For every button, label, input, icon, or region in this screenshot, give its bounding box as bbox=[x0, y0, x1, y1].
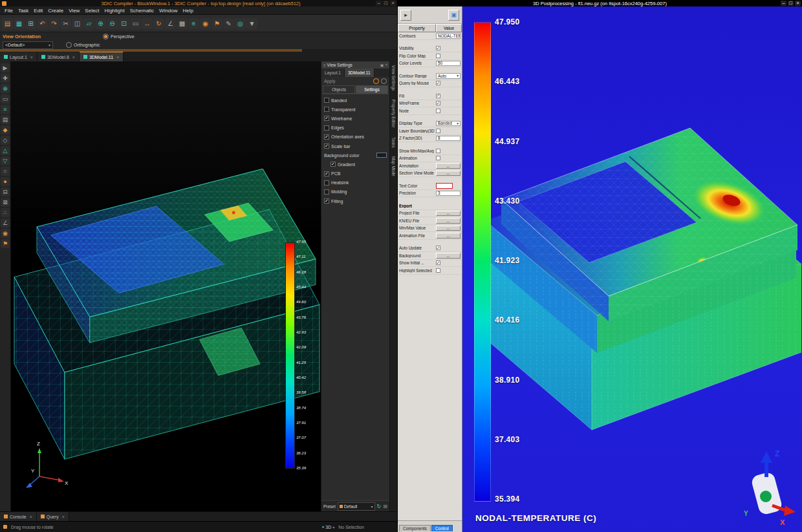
zoom-tool-icon[interactable]: ⊕ bbox=[1, 84, 10, 93]
new-window-icon[interactable]: ⊞ bbox=[25, 18, 36, 29]
crosshair-icon[interactable]: ✚ bbox=[1, 74, 10, 83]
undo-icon[interactable]: ↶ bbox=[37, 18, 48, 29]
property-value[interactable] bbox=[436, 94, 440, 98]
expand-panel-button[interactable]: ▸ bbox=[400, 10, 411, 21]
zoom-in-icon[interactable]: ⊕ bbox=[95, 18, 106, 29]
view-option-row[interactable]: Banded bbox=[321, 96, 389, 105]
property-value[interactable] bbox=[436, 46, 440, 50]
property-value[interactable]: Banded bbox=[436, 121, 461, 127]
zoom-out-icon[interactable]: ⊖ bbox=[107, 18, 118, 29]
window-control-button[interactable]: – bbox=[376, 1, 382, 6]
property-value[interactable] bbox=[436, 54, 440, 58]
close-icon[interactable]: × bbox=[30, 55, 33, 59]
checkbox[interactable] bbox=[324, 189, 329, 195]
property-value[interactable]: ... bbox=[436, 211, 461, 217]
view-option-row[interactable]: Edges bbox=[321, 123, 389, 133]
menu-item[interactable]: Highlight bbox=[102, 8, 127, 14]
view-settings-header[interactable]: ≡ View Settings ▣ × bbox=[321, 61, 389, 69]
view-option-row[interactable]: Orientation axes bbox=[321, 133, 389, 142]
document-tab[interactable]: 3DModel.8 × bbox=[38, 52, 80, 61]
window-control-button[interactable]: – bbox=[781, 1, 786, 6]
measure-icon[interactable]: ∠ bbox=[165, 18, 176, 29]
refresh-icon[interactable]: ↻ bbox=[377, 504, 382, 509]
probe-tool-icon[interactable]: ◉ bbox=[1, 229, 10, 238]
checkbox[interactable] bbox=[376, 153, 387, 158]
checkbox[interactable] bbox=[324, 107, 329, 112]
layer-down-icon[interactable]: ▽ bbox=[1, 156, 10, 165]
mesh-points-icon[interactable]: ∴ bbox=[1, 208, 10, 217]
zoom-fit-icon[interactable]: ⊡ bbox=[118, 18, 129, 29]
layers-icon[interactable]: ≡ bbox=[188, 18, 199, 29]
view-settings-tab[interactable]: Layout.1 bbox=[321, 69, 345, 77]
document-tab[interactable]: 3DModel.11 × bbox=[80, 52, 124, 61]
property-value[interactable] bbox=[436, 268, 440, 273]
property-value[interactable] bbox=[436, 246, 440, 250]
bookmark-icon[interactable]: ⚑ bbox=[1, 239, 10, 248]
property-value[interactable]: ... bbox=[436, 226, 461, 231]
thermal-3d-viewport[interactable]: 47.95046.44344.93743.43041.92340.41638.9… bbox=[462, 6, 802, 532]
property-value[interactable]: ... bbox=[436, 218, 461, 224]
node-icon[interactable]: ○ bbox=[1, 167, 10, 176]
window-control-button[interactable]: × bbox=[795, 1, 801, 6]
orthographic-radio[interactable]: Orthographic bbox=[66, 42, 100, 48]
property-value[interactable] bbox=[436, 81, 440, 85]
view-option-row[interactable]: Background color bbox=[321, 151, 389, 160]
menu-item[interactable]: Schematic bbox=[127, 8, 157, 14]
checkbox[interactable] bbox=[324, 125, 329, 131]
checkbox[interactable] bbox=[324, 198, 329, 204]
property-value[interactable]: ... bbox=[436, 233, 461, 239]
view-settings-tab[interactable]: 3DModel.11 bbox=[345, 69, 374, 77]
property-value[interactable]: 50 bbox=[436, 61, 461, 67]
window-control-button[interactable]: × bbox=[390, 1, 396, 6]
view-option-row[interactable]: Scale bar bbox=[321, 142, 389, 151]
view-mode-dropdown[interactable]: 3D bbox=[322, 525, 335, 529]
checkbox[interactable] bbox=[324, 98, 329, 103]
checkbox[interactable] bbox=[324, 180, 329, 186]
dropdown-icon[interactable]: ▼ bbox=[246, 18, 257, 29]
view-option-row[interactable]: PCB bbox=[321, 169, 389, 178]
console-tab[interactable]: Console × bbox=[0, 512, 37, 521]
property-value[interactable]: Auto bbox=[436, 73, 461, 79]
property-value[interactable] bbox=[436, 129, 440, 133]
redo-icon[interactable]: ↷ bbox=[49, 18, 60, 29]
edit-icon[interactable]: ✎ bbox=[223, 18, 234, 29]
menu-item[interactable]: Select bbox=[82, 8, 102, 14]
close-icon[interactable]: × bbox=[385, 63, 387, 67]
settings-subtab[interactable]: Settings bbox=[356, 85, 388, 94]
perspective-radio[interactable]: Perspective bbox=[103, 34, 135, 39]
view-option-row[interactable]: Gradient bbox=[321, 160, 389, 169]
close-icon[interactable]: × bbox=[30, 515, 32, 519]
pointer-icon[interactable]: ▶ bbox=[1, 63, 10, 72]
save-icon[interactable]: ▦ bbox=[14, 18, 25, 29]
property-value[interactable] bbox=[436, 261, 440, 265]
layer-up-icon[interactable]: △ bbox=[1, 146, 10, 155]
dock-tab[interactable]: Map Mode bbox=[391, 156, 396, 176]
property-value[interactable]: 3 bbox=[436, 191, 461, 197]
property-value[interactable] bbox=[436, 109, 440, 113]
pin-panel-button[interactable]: ▣ bbox=[448, 10, 459, 21]
menu-item[interactable]: Edit bbox=[31, 8, 45, 14]
property-value[interactable] bbox=[436, 149, 440, 153]
property-value[interactable]: ... bbox=[436, 253, 461, 259]
property-value[interactable]: ... bbox=[436, 171, 461, 176]
dock-tab[interactable]: View Settings bbox=[391, 65, 396, 90]
wireframe-3d-viewport[interactable]: 47.9547.1146.2845.4444.6043.7642.9342.09… bbox=[11, 61, 321, 511]
copy-icon[interactable]: ◫ bbox=[72, 18, 83, 29]
flag-icon[interactable]: ⚑ bbox=[211, 18, 222, 29]
property-value[interactable] bbox=[436, 156, 440, 160]
close-icon[interactable]: × bbox=[62, 515, 65, 519]
checkbox[interactable] bbox=[331, 162, 336, 167]
window-control-button[interactable]: □ bbox=[383, 1, 389, 6]
grid-icon[interactable]: ▩ bbox=[177, 18, 188, 29]
pad-icon[interactable]: ◇ bbox=[1, 136, 10, 145]
move-icon[interactable]: ↔ bbox=[142, 18, 153, 29]
document-tab[interactable]: Layout.1 × bbox=[0, 52, 38, 61]
orientation-preset-select[interactable]: <Default> bbox=[3, 41, 53, 49]
open-icon[interactable]: ▤ bbox=[2, 18, 13, 29]
highlight-icon[interactable]: ◉ bbox=[200, 18, 211, 29]
rotate-icon[interactable]: ↻ bbox=[153, 18, 164, 29]
net-icon[interactable]: ● bbox=[1, 177, 10, 186]
checkbox[interactable] bbox=[324, 134, 329, 140]
view-option-row[interactable]: Transparent bbox=[321, 105, 389, 114]
right-titlebar[interactable]: 3D Postprocessing - fl1.neu.gz (on itspo… bbox=[398, 0, 802, 6]
